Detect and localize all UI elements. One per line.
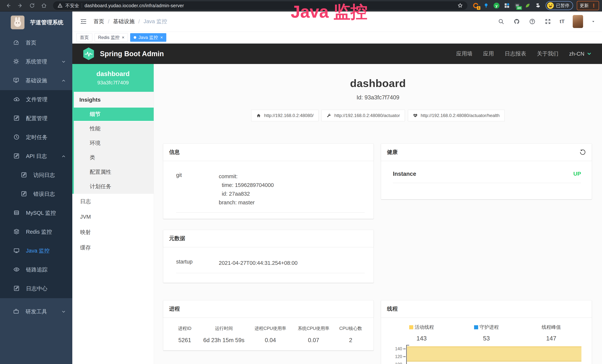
app-logo-image	[11, 16, 24, 29]
sidebar-item-redis[interactable]: Redis 监控	[0, 223, 72, 241]
extension-colorzilla-icon[interactable]: 1	[471, 1, 480, 10]
browser-update-button[interactable]: 更新 ⋮	[577, 1, 599, 10]
chevron-down-icon	[61, 59, 66, 64]
browser-reload-button[interactable]	[27, 1, 37, 10]
sidebar-item-job[interactable]: 定时任务	[0, 128, 72, 147]
sba-item-logs[interactable]: 日志	[72, 194, 154, 209]
legend-swatch-blue	[474, 325, 478, 329]
instance-home-link[interactable]: http://192.168.0.2:48080/	[251, 110, 319, 121]
tag-redis-monitor[interactable]: Redis 监控 ×	[95, 33, 128, 42]
tag-java-monitor[interactable]: Java 监控 ×	[130, 33, 166, 42]
health-card: 健康 Instance UP	[381, 144, 592, 199]
user-avatar[interactable]	[573, 15, 583, 28]
sba-item-details[interactable]: 细节	[74, 107, 154, 121]
app-logo-row[interactable]: 芋道管理系统	[0, 11, 72, 33]
extension-on-badge: on	[516, 6, 522, 10]
sidebar-item-config[interactable]: 配置管理	[0, 109, 72, 128]
sidebar-item-java[interactable]: Java 监控	[0, 241, 72, 260]
threads-card: 线程 活动线程 143	[381, 300, 592, 364]
help-icon[interactable]	[528, 18, 536, 25]
tag-label: Redis 监控	[98, 34, 119, 40]
history-icon	[13, 134, 20, 141]
breadcrumb-home[interactable]: 首页	[93, 18, 104, 25]
eye-icon	[13, 266, 20, 273]
close-icon[interactable]: ×	[160, 35, 163, 40]
browser-forward-button[interactable]	[15, 1, 26, 10]
sba-brand[interactable]: Spring Boot Admin	[83, 47, 164, 60]
sba-item-environment[interactable]: 环境	[74, 136, 154, 150]
profile-emoji-icon	[547, 2, 554, 9]
edit-icon	[21, 172, 28, 179]
process-table: 进程ID 5261 运行时间 6d 23h 15m 59s 进程CPU使用率 0…	[163, 318, 374, 344]
sba-nav-journal[interactable]: 日志报表	[505, 50, 526, 57]
extension-y-icon[interactable]: y	[492, 1, 501, 10]
sidebar-item-error-log[interactable]: 错误日志	[0, 185, 72, 203]
edit-icon	[13, 153, 20, 160]
tag-home[interactable]: 首页	[76, 33, 92, 42]
threads-area-chart: 140 120 100	[389, 347, 584, 364]
edit-icon	[21, 191, 28, 198]
instance-actuator-link[interactable]: http://192.168.0.2:48080/actuator	[322, 110, 405, 121]
bookmark-star-icon[interactable]	[457, 3, 463, 8]
sidebar-item-mysql[interactable]: MySQL 监控	[0, 203, 72, 223]
legend-value: 147	[519, 335, 584, 342]
sba-nav-wallboard[interactable]: 应用墙	[456, 50, 473, 57]
sidebar-item-trace[interactable]: 链路追踪	[0, 260, 72, 279]
fullscreen-icon[interactable]	[544, 18, 552, 25]
font-size-icon[interactable]: tT	[560, 19, 565, 24]
browser-menu-dots-icon[interactable]: ⋮	[591, 3, 596, 9]
locale-selector[interactable]: zh-CN	[569, 51, 592, 57]
legend-daemon-threads: 守护进程 53	[454, 324, 519, 342]
extension-pin-icon[interactable]	[482, 1, 491, 10]
instance-name: dashboard	[97, 70, 129, 77]
sba-item-caches[interactable]: 缓存	[72, 240, 154, 255]
sidebar-item-home[interactable]: 首页	[0, 33, 72, 52]
sidebar-item-infra[interactable]: 基础设施	[0, 71, 72, 90]
sba-item-metrics[interactable]: 性能	[74, 121, 154, 136]
sidebar-item-label: MySQL 监控	[26, 209, 56, 217]
instance-links: http://192.168.0.2:48080/ http://192.168…	[154, 110, 602, 121]
browser-profile-chip[interactable]: 已暂停	[546, 1, 573, 10]
sba-item-scheduled-tasks[interactable]: 计划任务	[74, 179, 154, 194]
extension-puzzle-icon[interactable]	[533, 1, 543, 10]
sba-item-mappings[interactable]: 映射	[72, 225, 154, 240]
sba-nav-applications[interactable]: 应用	[483, 50, 494, 57]
github-icon[interactable]	[513, 18, 520, 25]
legend-value: 53	[454, 335, 519, 342]
sidebar-item-access-log[interactable]: 访问日志	[0, 166, 72, 185]
sba-instance-header[interactable]: dashboard 93a3fc7f7409	[72, 64, 154, 92]
history-refresh-icon[interactable]	[580, 149, 586, 155]
breadcrumb-current: Java 监控	[143, 18, 167, 25]
instance-health-link[interactable]: http://192.168.0.2:48080/actuator/health	[408, 110, 505, 121]
sba-item-config-props[interactable]: 配置属性	[74, 165, 154, 179]
sidebar-item-devtools[interactable]: 研发工具	[0, 302, 72, 321]
sba-item-jvm[interactable]: JVM	[72, 209, 154, 225]
address-bar[interactable]: 不安全 dashboard.yudao.iocoder.cn/infra/adm…	[53, 1, 467, 10]
url-text[interactable]: dashboard.yudao.iocoder.cn/infra/admin-s…	[85, 3, 184, 8]
extension-tampermonkey-icon[interactable]: on	[513, 1, 522, 10]
close-icon[interactable]: ×	[122, 35, 124, 40]
sba-nav-about[interactable]: 关于我们	[537, 50, 559, 57]
sidebar-item-label: 定时任务	[26, 134, 47, 141]
sidebar-item-system[interactable]: 系统管理	[0, 52, 72, 71]
sba-item-classes[interactable]: 类	[74, 150, 154, 165]
breadcrumb-infra[interactable]: 基础设施	[113, 18, 135, 25]
layers-icon	[13, 228, 20, 236]
sidebar-item-api-log[interactable]: API 日志	[0, 147, 72, 166]
browser-back-button[interactable]	[3, 1, 14, 10]
browser-home-button[interactable]	[39, 1, 49, 10]
sidebar-item-log-center[interactable]: 日志中心	[0, 279, 72, 298]
sidebar-item-file[interactable]: 文件管理	[0, 90, 72, 109]
caret-down-icon[interactable]	[591, 20, 595, 23]
column-header: 进程ID	[171, 325, 199, 331]
y-axis-line	[406, 345, 407, 364]
search-icon[interactable]	[497, 18, 505, 25]
monitor-icon	[13, 247, 20, 254]
server-icon	[13, 210, 20, 217]
extension-grid-icon[interactable]	[502, 1, 512, 10]
extension-leaf-icon[interactable]	[523, 1, 532, 10]
annotation-java-monitor: Java 监控	[291, 0, 367, 23]
sidebar-fold-icon[interactable]	[79, 17, 88, 26]
process-col-sys-cpu: 系统CPU使用率 0.07	[292, 325, 335, 344]
column-header: 系统CPU使用率	[292, 325, 335, 331]
